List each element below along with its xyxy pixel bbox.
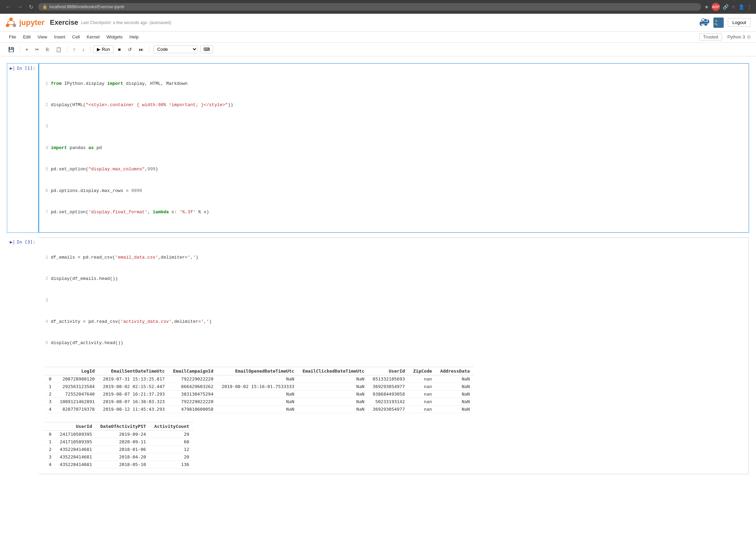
restart-button[interactable]: ↺ (125, 45, 135, 54)
back-button[interactable]: ← (4, 3, 12, 11)
interrupt-button[interactable]: ■ (115, 45, 123, 54)
table-cell: 2019-08-02 02:15:52.447 (99, 383, 169, 390)
activity-dataframe-table: UserId DateOfActivityPST ActivityCount 0… (45, 422, 193, 468)
kernel-status-dot (747, 35, 751, 39)
toolbar-sep-4 (149, 46, 149, 53)
menu-insert[interactable]: Insert (51, 33, 69, 41)
cell-1-prompt: ▶| In [1]: (7, 64, 38, 232)
code-line: 4 import pandas as pd (43, 145, 745, 152)
table-cell: 2019-09-24 (96, 430, 150, 438)
copy-cell-button[interactable]: ⎘ (43, 45, 52, 54)
cell-1-content[interactable]: 1 from IPython.display import display, H… (38, 64, 749, 232)
code-line: 1 from IPython.display import display, H… (43, 80, 745, 88)
restart-run-button[interactable]: ⏭ (136, 45, 146, 54)
col-header-emailsent: EmailSentDateTimeUtc (99, 367, 169, 375)
table-row: 2725520476402019-08-07 16:21:37.29338313… (45, 390, 474, 398)
add-cell-button[interactable]: + (23, 45, 31, 54)
lock-icon: 🔒 (42, 4, 47, 9)
avatar[interactable]: ABP (712, 3, 720, 11)
code-line: 2 display(df_emails.head()) (43, 275, 745, 283)
table-cell: 369293054977 (368, 405, 409, 413)
keyboard-shortcuts-button[interactable]: ⌨ (200, 45, 213, 53)
run-button[interactable]: ▶ Run (93, 45, 114, 53)
table-cell: NaN (436, 375, 474, 383)
menu-cell[interactable]: Cell (69, 33, 83, 41)
move-up-button[interactable]: ↑ (70, 45, 78, 54)
address-bar[interactable]: 🔒 localhost:8888/notebooks/Exercise.ipyn… (38, 3, 701, 11)
main-content: ▶| In [1]: 1 from IPython.display import… (0, 56, 756, 534)
col-header-emailclicked: EmailClickedDateTimeUtc (298, 367, 368, 375)
save-button[interactable]: 💾 (5, 45, 17, 54)
cell-2-content[interactable]: 1 df_emails = pd.read_csv('email_data.cs… (38, 237, 749, 474)
col-header-index (45, 422, 56, 430)
table-cell: 2018-01-06 (96, 445, 150, 453)
cell-2: ▶| In [3]: 1 df_emails = pd.read_csv('em… (7, 237, 749, 475)
table-cell: NaN (298, 405, 368, 413)
menu-help[interactable]: Help (126, 33, 142, 41)
table-cell: 2019-08-07 16:21:37.293 (99, 390, 169, 398)
col-header-logid: LogId (56, 367, 99, 375)
menu-icon[interactable]: ⋮ (747, 4, 752, 10)
notebook-title[interactable]: Exercise (50, 19, 78, 26)
share-icon[interactable]: 🔗 (723, 4, 729, 10)
forward-button[interactable]: → (16, 3, 24, 11)
menu-edit[interactable]: Edit (20, 33, 34, 41)
table-cell: NaN (436, 390, 474, 398)
table-cell: 0 (45, 375, 56, 383)
paste-cell-button[interactable]: 📋 (53, 45, 64, 54)
table-cell: 29 (150, 430, 193, 438)
menu-view[interactable]: View (34, 33, 51, 41)
code-line: 5 pd.set_option("display.max_columns",99… (43, 166, 745, 173)
table-cell: 50233193142 (368, 398, 409, 405)
cell-type-select[interactable]: Code Markdown Raw NBConvert (154, 45, 198, 53)
table-cell: NaN (218, 398, 298, 405)
menu-file[interactable]: File (5, 33, 20, 41)
table-cell: NaN (436, 383, 474, 390)
table-cell: nan (409, 383, 436, 390)
table-cell: 2019-07-31 15:13:25.817 (99, 375, 169, 383)
code-line: 5 display(df_activity.head()) (43, 340, 745, 347)
header-right: Python 🐍 Py Logout (699, 18, 751, 28)
table-cell: NaN (298, 398, 368, 405)
table-cell: 3 (45, 398, 56, 405)
table-cell: 12 (150, 445, 193, 453)
bookmark-icon[interactable]: ☆ (731, 4, 736, 10)
menu-widgets[interactable]: Widgets (103, 33, 126, 41)
logout-button[interactable]: Logout (728, 18, 751, 27)
table-row: 44352284146812018-05-10136 (45, 461, 193, 468)
table-cell: NaN (218, 390, 298, 398)
svg-point-4 (703, 20, 704, 21)
table-cell: 383130475294 (169, 390, 218, 398)
jupyter-logo-svg (5, 17, 16, 28)
col-header-userid: UserId (56, 422, 96, 430)
cut-cell-button[interactable]: ✂ (32, 45, 42, 54)
table-cell: nan (409, 405, 436, 413)
table-cell: 292563123584 (56, 383, 99, 390)
table-row: 12417105093952020-09-1160 (45, 438, 193, 445)
python-badge: 🐍 Py (713, 18, 724, 28)
svg-text:🐍: 🐍 (715, 20, 718, 22)
table-cell: 435228414681 (56, 445, 96, 453)
table-cell: NaN (436, 405, 474, 413)
table-cell: 1 (45, 438, 56, 445)
table-cell: 2020-09-11 (96, 438, 150, 445)
menu-kernel[interactable]: Kernel (83, 33, 103, 41)
table-cell: nan (409, 375, 436, 383)
svg-text:Py: Py (714, 23, 718, 26)
table-cell: NaN (298, 390, 368, 398)
cell-2-code[interactable]: 1 df_emails = pd.read_csv('email_data.cs… (39, 238, 748, 363)
move-down-button[interactable]: ↓ (79, 45, 87, 54)
table-cell: 479810600058 (169, 405, 218, 413)
run-label: Run (102, 47, 110, 52)
table-cell: 435228414681 (56, 453, 96, 461)
table-row: 02417105093952019-09-2429 (45, 430, 193, 438)
table-row: 310891214628912019-08-07 16:38:03.323792… (45, 398, 474, 405)
refresh-button[interactable]: ↻ (27, 3, 35, 11)
cell-1-code[interactable]: 1 from IPython.display import display, H… (39, 64, 748, 232)
cell-2-run-indicator: ▶| (10, 239, 15, 245)
extensions-icon[interactable]: ★ (704, 4, 709, 10)
profile-icon[interactable]: 👤 (738, 4, 744, 10)
checkpoint-info: Last Checkpoint: a few seconds ago (auto… (81, 20, 171, 25)
activity-table-output: UserId DateOfActivityPST ActivityCount 0… (39, 419, 748, 474)
table-cell: 2 (45, 390, 56, 398)
